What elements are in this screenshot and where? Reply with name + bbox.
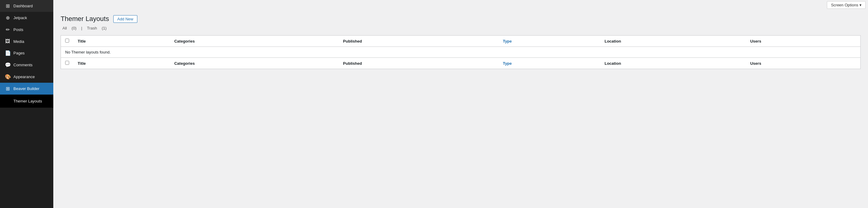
main-content: Screen Options ▾ Themer Layouts Add New … [53, 0, 868, 208]
dashboard-icon: ⊞ [5, 3, 10, 9]
sidebar-item-label: Pages [13, 51, 25, 55]
appearance-icon: 🎨 [5, 74, 10, 80]
table-empty-row: No Themer layouts found. [61, 47, 861, 58]
jetpack-icon: ⊕ [5, 15, 10, 21]
footer-users: Users [746, 58, 860, 69]
comments-icon: 💬 [5, 62, 10, 68]
footer-categories: Categories [170, 58, 339, 69]
footer-published: Published [339, 58, 499, 69]
filter-all-label: All [62, 26, 67, 30]
header-type[interactable]: Type [499, 36, 600, 47]
topbar: Screen Options ▾ [53, 0, 868, 10]
header-published: Published [339, 36, 499, 47]
footer-location: Location [600, 58, 746, 69]
screen-options-label: Screen Options [831, 3, 858, 7]
page-title: Themer Layouts [61, 15, 109, 23]
select-all-footer-checkbox[interactable] [65, 61, 69, 65]
sidebar-item-beaver-builder[interactable]: ⊞ Beaver Builder [0, 83, 53, 95]
header-users: Users [746, 36, 860, 47]
sidebar-item-pages[interactable]: 📄 Pages [0, 47, 53, 59]
header-location: Location [600, 36, 746, 47]
filter-all-link[interactable]: All (0) [61, 26, 80, 30]
page-content: Themer Layouts Add New All (0) | Trash (… [53, 10, 868, 208]
header-categories: Categories [170, 36, 339, 47]
sidebar-item-label: Posts [13, 27, 24, 32]
sidebar-item-dashboard[interactable]: ⊞ Dashboard [0, 0, 53, 12]
sidebar-item-label: Jetpack [13, 15, 27, 20]
page-heading: Themer Layouts Add New [61, 15, 861, 23]
screen-options-button[interactable]: Screen Options ▾ [827, 1, 866, 9]
filter-trash-link[interactable]: Trash (1) [85, 26, 108, 30]
table-header-row: Title Categories Published Type Location [61, 36, 861, 47]
sidebar-item-comments[interactable]: 💬 Comments [0, 59, 53, 71]
dropdown-arrow-icon: ▾ [860, 3, 862, 7]
table-footer-row: Title Categories Published Type Location [61, 58, 861, 69]
filter-trash-label: Trash [87, 26, 97, 30]
header-checkbox-col [61, 36, 74, 47]
empty-message: No Themer layouts found. [61, 47, 861, 58]
sidebar-submenu-beaver-builder: Themer Layouts [0, 95, 53, 108]
submenu-item-label: Themer Layouts [13, 99, 42, 103]
footer-title: Title [73, 58, 170, 69]
sidebar-item-label: Comments [13, 63, 33, 67]
sublink-separator: | [81, 26, 82, 30]
filter-all-count: (0) [71, 26, 76, 30]
sidebar-item-label: Appearance [13, 74, 35, 79]
sidebar: ⊞ Dashboard ⊕ Jetpack ✏ Posts 🖼 Media 📄 … [0, 0, 53, 208]
header-title: Title [73, 36, 170, 47]
sidebar-item-appearance[interactable]: 🎨 Appearance [0, 71, 53, 83]
add-new-button[interactable]: Add New [113, 15, 137, 23]
sidebar-item-posts[interactable]: ✏ Posts [0, 24, 53, 36]
sidebar-item-label: Media [13, 39, 24, 44]
sidebar-item-label: Beaver Builder [13, 86, 39, 91]
beaver-builder-icon: ⊞ [5, 86, 10, 92]
filter-trash-count: (1) [102, 26, 106, 30]
themer-layouts-table: Title Categories Published Type Location [61, 35, 861, 69]
sidebar-item-media[interactable]: 🖼 Media [0, 36, 53, 47]
filter-links: All (0) | Trash (1) [61, 26, 861, 30]
footer-type[interactable]: Type [499, 58, 600, 69]
posts-icon: ✏ [5, 27, 10, 33]
sidebar-item-jetpack[interactable]: ⊕ Jetpack [0, 12, 53, 24]
media-icon: 🖼 [5, 39, 10, 44]
sidebar-item-themer-layouts[interactable]: Themer Layouts [0, 96, 53, 106]
sidebar-item-label: Dashboard [13, 4, 33, 8]
footer-checkbox-col [61, 58, 74, 69]
pages-icon: 📄 [5, 50, 10, 56]
select-all-checkbox[interactable] [65, 39, 69, 42]
